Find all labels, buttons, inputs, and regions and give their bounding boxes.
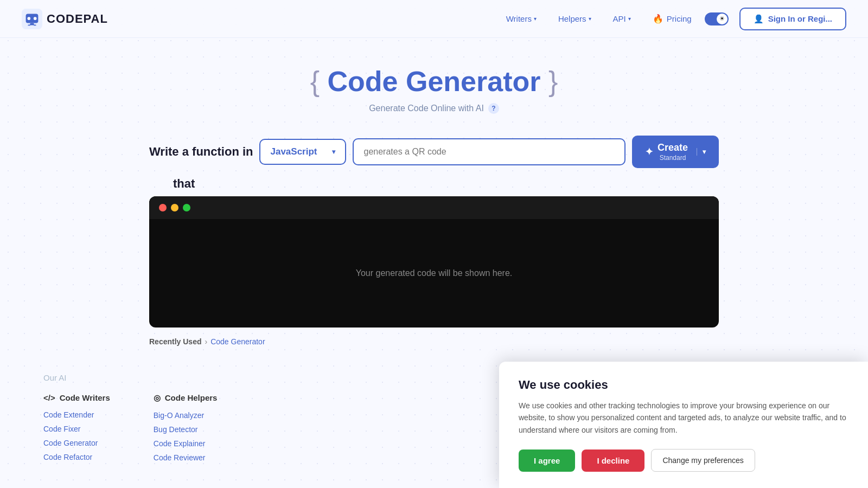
code-helpers-icon: ◎ <box>154 393 161 403</box>
dropdown-arrow-icon[interactable]: ▾ <box>697 148 706 156</box>
cookie-text: We use cookies and other tracking techno… <box>519 400 848 436</box>
code-output-body: Your generated code will be shown here. <box>149 219 719 328</box>
theme-toggle[interactable]: ☀ <box>705 12 729 25</box>
svg-rect-4 <box>30 23 34 25</box>
list-item: Code Generator <box>43 438 110 448</box>
logo[interactable]: CODEPAL <box>22 9 108 29</box>
dot-green <box>183 204 190 211</box>
footer-col-helpers-title: ◎ Code Helpers <box>154 393 218 403</box>
footer-col-writers-title: </> Code Writers <box>43 393 110 402</box>
breadcrumb-arrow: › <box>205 337 207 346</box>
breadcrumb-recently-used[interactable]: Recently Used <box>149 337 201 346</box>
nav-links: Writers ▾ Helpers ▾ API ▾ 🔥 Pricing ☀ 👤 … <box>497 8 846 30</box>
chevron-down-icon: ▾ <box>589 16 591 22</box>
svg-point-2 <box>27 17 30 20</box>
fire-icon: 🔥 <box>653 14 663 24</box>
brace-close: } <box>548 66 558 97</box>
chevron-down-icon: ▾ <box>332 148 335 156</box>
function-input[interactable] <box>353 138 625 165</box>
user-icon: 👤 <box>754 14 764 24</box>
subtitle: Generate Code Online with AI ? <box>369 103 499 114</box>
footer-writers-list: Code Extender Code Fixer Code Generator … <box>43 410 110 462</box>
code-writers-icon: </> <box>43 393 55 402</box>
chevron-down-icon: ▾ <box>534 16 537 22</box>
nav-api[interactable]: API ▾ <box>604 10 640 28</box>
cookie-agree-button[interactable]: I agree <box>519 450 575 472</box>
cookie-preferences-button[interactable]: Change my preferences <box>651 449 755 472</box>
code-output-titlebar <box>149 196 719 219</box>
list-item: Bug Detector <box>154 425 218 434</box>
chevron-down-icon: ▾ <box>628 16 631 22</box>
breadcrumb: Recently Used › Code Generator <box>149 337 719 346</box>
cookie-title: We use cookies <box>519 378 848 392</box>
nav-writers[interactable]: Writers ▾ <box>497 10 545 28</box>
logo-text: CODEPAL <box>47 12 108 26</box>
svg-rect-6 <box>34 24 36 25</box>
generator-label: Write a function in <box>149 145 253 159</box>
code-output-box: Your generated code will be shown here. <box>149 196 719 328</box>
list-item: Code Reviewer <box>154 453 218 463</box>
svg-rect-5 <box>28 24 30 25</box>
that-label: that <box>173 177 195 190</box>
dot-yellow <box>171 204 178 211</box>
cookie-decline-button[interactable]: I decline <box>582 450 644 472</box>
dot-red <box>159 204 167 211</box>
cookie-banner: We use cookies We use cookies and other … <box>499 362 868 488</box>
nav-helpers[interactable]: Helpers ▾ <box>550 10 600 28</box>
list-item: Code Extender <box>43 410 110 420</box>
brace-open: { <box>310 66 328 97</box>
toggle-knob: ☀ <box>717 14 727 24</box>
list-item: Code Explainer <box>154 439 218 448</box>
create-button[interactable]: ✦ Create Standard ▾ <box>632 136 719 168</box>
sparkle-icon: ✦ <box>645 146 653 158</box>
help-icon[interactable]: ? <box>488 103 499 114</box>
create-button-content: Create Standard <box>658 142 688 162</box>
language-select[interactable]: JavaScript ▾ <box>259 139 346 165</box>
footer-col-helpers: ◎ Code Helpers Big-O Analyzer Bug Detect… <box>154 393 218 467</box>
toggle-switch[interactable]: ☀ <box>705 12 729 25</box>
generator-row: Write a function in JavaScript ▾ ✦ Creat… <box>149 136 719 168</box>
sign-in-button[interactable]: 👤 Sign In or Regi... <box>739 8 846 30</box>
logo-icon <box>22 9 42 29</box>
cookie-buttons: I agree I decline Change my preferences <box>519 449 848 472</box>
list-item: Big-O Analyzer <box>154 410 218 420</box>
footer-col-writers: </> Code Writers Code Extender Code Fixe… <box>43 393 110 467</box>
svg-point-3 <box>34 17 37 20</box>
list-item: Code Refactor <box>43 452 110 462</box>
footer-helpers-list: Big-O Analyzer Bug Detector Code Explain… <box>154 410 218 463</box>
navbar: CODEPAL Writers ▾ Helpers ▾ API ▾ 🔥 Pric… <box>0 0 868 38</box>
list-item: Code Fixer <box>43 424 110 434</box>
page-title: { Code Generator } <box>310 65 558 98</box>
nav-pricing[interactable]: 🔥 Pricing <box>644 9 700 28</box>
breadcrumb-current[interactable]: Code Generator <box>210 337 265 346</box>
